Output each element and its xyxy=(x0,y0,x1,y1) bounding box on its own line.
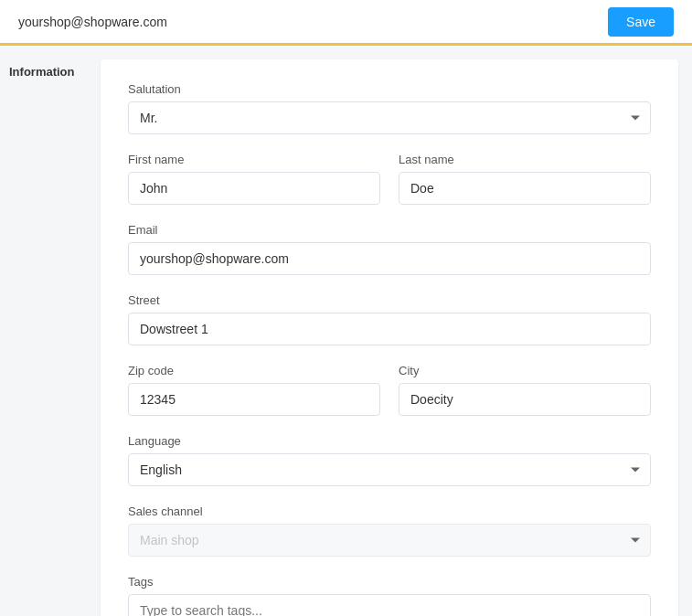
city-col: City xyxy=(399,364,651,416)
first-name-col: First name xyxy=(128,153,380,205)
language-group: Language English German French xyxy=(128,434,651,486)
page-wrapper: yourshop@shopware.com Save Information S… xyxy=(0,0,692,616)
sidebar-section-label: Information xyxy=(9,65,75,79)
last-name-label: Last name xyxy=(399,153,651,166)
zip-col: Zip code xyxy=(128,364,380,416)
email-input[interactable] xyxy=(128,242,651,275)
language-select[interactable]: English German French xyxy=(128,453,651,486)
tags-label: Tags xyxy=(128,575,651,589)
salutation-select[interactable]: Mr. Mrs. Ms. Dr. xyxy=(128,101,651,134)
sales-channel-group: Sales channel Main shop xyxy=(128,504,651,557)
city-label: City xyxy=(399,364,651,377)
salutation-group: Salutation Mr. Mrs. Ms. Dr. xyxy=(128,82,651,134)
sidebar: Information xyxy=(0,46,101,616)
zip-city-row: Zip code City xyxy=(128,364,651,416)
first-name-label: First name xyxy=(128,153,380,166)
last-name-input[interactable] xyxy=(399,172,651,205)
salutation-label: Salutation xyxy=(128,82,651,96)
zip-label: Zip code xyxy=(128,364,380,377)
sales-channel-label: Sales channel xyxy=(128,504,651,518)
salutation-select-wrapper: Mr. Mrs. Ms. Dr. xyxy=(128,101,651,134)
street-label: Street xyxy=(128,293,651,307)
last-name-col: Last name xyxy=(399,153,651,205)
content-area: Information Salutation Mr. Mrs. Ms. Dr. xyxy=(0,46,692,616)
tags-group: Tags xyxy=(128,575,651,616)
top-bar: yourshop@shopware.com Save xyxy=(0,0,692,46)
sales-channel-select[interactable]: Main shop xyxy=(128,524,651,557)
street-input[interactable] xyxy=(128,313,651,345)
name-row: First name Last name xyxy=(128,153,651,205)
user-email: yourshop@shopware.com xyxy=(18,15,167,29)
street-group: Street xyxy=(128,293,651,345)
save-button[interactable]: Save xyxy=(608,7,674,37)
language-select-wrapper: English German French xyxy=(128,453,651,486)
language-label: Language xyxy=(128,434,651,448)
first-name-input[interactable] xyxy=(128,172,380,205)
zip-input[interactable] xyxy=(128,383,380,416)
email-group: Email xyxy=(128,223,651,275)
sales-channel-select-wrapper: Main shop xyxy=(128,524,651,557)
city-input[interactable] xyxy=(399,383,651,416)
main-form: Salutation Mr. Mrs. Ms. Dr. First name xyxy=(101,59,678,616)
email-label: Email xyxy=(128,223,651,237)
tags-input[interactable] xyxy=(128,594,651,616)
